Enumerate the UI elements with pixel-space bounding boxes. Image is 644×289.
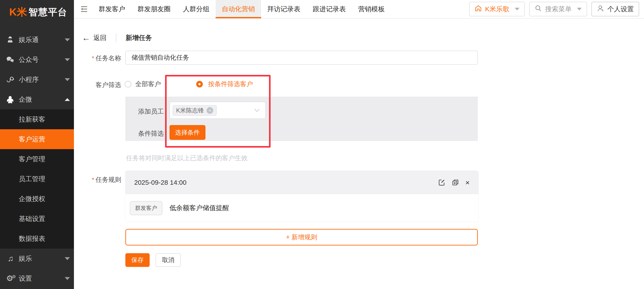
helper-text: 任务将对同时满足以上已选条件的客户生效 — [126, 154, 248, 163]
brand-logo-text: 智慧平台 — [28, 6, 67, 18]
radio-filter-by-condition[interactable] — [196, 81, 203, 88]
sidebar-item-label: 娱乐通 — [19, 35, 38, 44]
tab-yingxiaomuban[interactable]: 营销模板 — [352, 0, 391, 18]
back-arrow-icon[interactable]: ← — [82, 34, 90, 42]
page-content: ← 返回 新增任务 *任务名称 客户筛选 全部客户 按条件筛选客户 — [74, 19, 644, 289]
tab-qunfapengyouquan[interactable]: 群发朋友圈 — [131, 0, 177, 18]
top-navbar: 群发客户 群发朋友圈 人群分组 自动化营销 拜访记录表 跟进记录表 营销模板 K… — [74, 0, 644, 19]
rule-actions: × — [438, 179, 470, 186]
sidebar-bottom-groups: ♫ 娱乐 ⚙⚙ 设置 — [0, 248, 74, 288]
add-staff-label: 添加员工 — [138, 107, 164, 116]
back-button[interactable]: 返回 — [93, 33, 106, 43]
sidebar-item-label: 员工管理 — [19, 175, 45, 184]
sidebar-item-shezhi[interactable]: ⚙⚙ 设置 — [0, 268, 74, 288]
close-icon[interactable]: × — [465, 179, 470, 186]
sidebar-item-kehuyunying-active[interactable]: 客户运营 — [0, 129, 74, 149]
sidebar-item-label: 小程序 — [19, 75, 38, 84]
tab-label: 拜访记录表 — [267, 5, 300, 14]
radio-all-customers[interactable] — [125, 81, 131, 88]
task-name-input[interactable] — [125, 51, 478, 65]
chevron-down-icon — [65, 277, 70, 280]
customer-filter-label: 客户筛选 — [74, 81, 121, 90]
venue-selector[interactable]: K米乐歌 — [469, 2, 525, 16]
sidebar-item-laxin[interactable]: 拉新获客 — [0, 109, 74, 129]
customer-filter-radio-group: 全部客户 按条件筛选客户 — [125, 79, 253, 89]
chevron-down-icon — [515, 8, 520, 11]
sidebar-item-qiwei[interactable]: 企微 — [0, 90, 74, 109]
tab-baifangjilubiao[interactable]: 拜访记录表 — [261, 0, 306, 18]
rule-datetime: 2025-09-28 14:00 — [134, 179, 186, 186]
sidebar-item-shujubaobiao[interactable]: 数据报表 — [0, 229, 74, 248]
sidebar-item-label: 拉新获客 — [19, 115, 45, 124]
label-text: 条件筛选 — [138, 130, 164, 137]
radio-filter-by-condition-label[interactable]: 按条件筛选客户 — [208, 80, 253, 89]
app: K米 智慧平台 娱乐通 公众号 小程序 — [0, 0, 644, 289]
sidebar-item-label: 数据报表 — [19, 234, 45, 243]
edit-icon[interactable] — [438, 179, 445, 186]
page-title: 新增任务 — [126, 33, 152, 43]
select-condition-button[interactable]: 选择条件 — [170, 125, 206, 140]
tab-qunfakehu[interactable]: 群发客户 — [92, 0, 131, 18]
task-name-label: *任务名称 — [74, 54, 121, 63]
rule-name: 低余额客户储值提醒 — [170, 203, 229, 212]
task-rules-label: *任务规则 — [74, 175, 121, 184]
brand-logo-k: K米 — [9, 5, 27, 19]
staff-tag: K米陈志锋 × — [172, 105, 217, 116]
chevron-down-icon — [65, 39, 70, 41]
menu-fold-icon[interactable] — [80, 6, 88, 12]
search-menu-label: 搜索菜单 — [545, 5, 572, 14]
chevron-down-icon — [65, 257, 70, 260]
sidebar-item-yule[interactable]: ♫ 娱乐 — [0, 248, 74, 268]
tab-zidonghuayingxiao-active[interactable]: 自动化营销 — [216, 0, 261, 18]
tab-renqunfenzu[interactable]: 人群分组 — [177, 0, 216, 18]
required-asterisk: * — [92, 176, 94, 183]
sidebar-item-kehuguanli[interactable]: 客户管理 — [0, 149, 74, 169]
tab-label: 营销模板 — [358, 5, 385, 14]
main-area: 群发客户 群发朋友圈 人群分组 自动化营销 拜访记录表 跟进记录表 营销模板 K… — [74, 0, 644, 289]
radio-all-customers-label[interactable]: 全部客户 — [135, 80, 161, 89]
sidebar: K米 智慧平台 娱乐通 公众号 小程序 — [0, 0, 74, 289]
staff-multiselect[interactable]: K米陈志锋 × — [170, 102, 266, 119]
tag-remove-icon[interactable]: × — [206, 107, 213, 114]
save-button[interactable]: 保存 — [125, 253, 150, 267]
chevron-up-icon — [65, 98, 70, 101]
search-menu[interactable]: 搜索菜单 — [529, 2, 587, 16]
condition-filter-panel: 添加员工 K米陈志锋 × 条件筛选 选择条件 — [125, 97, 478, 141]
wechat-icon — [6, 56, 15, 63]
sidebar-item-xiaochengxu[interactable]: 小程序 — [0, 70, 74, 90]
sidebar-item-label: 设置 — [19, 274, 32, 283]
personal-settings-button[interactable]: 个人设置 — [592, 2, 639, 16]
home-icon — [474, 5, 482, 14]
sidebar-item-gongzhonghao[interactable]: 公众号 — [0, 50, 74, 70]
tab-label: 人群分组 — [183, 5, 210, 14]
rule-type-tag: 群发客户 — [130, 201, 162, 215]
user-icon — [597, 5, 604, 14]
personal-settings-label: 个人设置 — [607, 5, 634, 14]
sidebar-item-jichushezhi[interactable]: 基础设置 — [0, 209, 74, 229]
copy-icon[interactable] — [452, 179, 459, 186]
tab-label: 群发朋友圈 — [138, 5, 170, 14]
rule-card: 2025-09-28 14:00 × 群发客户 低余额客户储值提醒 — [125, 171, 479, 222]
tab-genjinjilubiao[interactable]: 跟进记录表 — [306, 0, 352, 18]
sidebar-item-label: 客户运营 — [19, 135, 45, 144]
add-rule-button[interactable]: + 新增规则 — [125, 229, 478, 245]
label-text: 任务名称 — [96, 55, 121, 62]
chevron-down-icon — [577, 8, 582, 11]
rule-card-header: 2025-09-28 14:00 × — [125, 171, 478, 194]
sidebar-item-yuangongguanli[interactable]: 员工管理 — [0, 169, 74, 189]
sidebar-submenu: 拉新获客 客户运营 客户管理 员工管理 企微授权 基础设置 数据报表 — [0, 109, 74, 248]
sidebar-item-qiweishouquan[interactable]: 企微授权 — [0, 189, 74, 209]
chevron-down-icon — [65, 78, 70, 81]
miniprogram-icon — [6, 76, 15, 83]
brand-logo: K米 智慧平台 — [0, 0, 74, 24]
sidebar-item-label: 公众号 — [19, 55, 38, 64]
sidebar-item-yuletong[interactable]: 娱乐通 — [0, 30, 74, 50]
cancel-button[interactable]: 取消 — [156, 253, 181, 267]
chevron-down-icon — [65, 58, 70, 61]
search-icon — [534, 5, 542, 14]
label-text: 任务规则 — [96, 176, 121, 183]
penguin-icon — [6, 95, 15, 103]
rule-card-body: 群发客户 低余额客户储值提醒 — [125, 194, 478, 222]
topbar-right: K米乐歌 搜索菜单 个人设置 — [469, 2, 639, 16]
sidebar-groups: 娱乐通 公众号 小程序 企微 — [0, 30, 74, 109]
